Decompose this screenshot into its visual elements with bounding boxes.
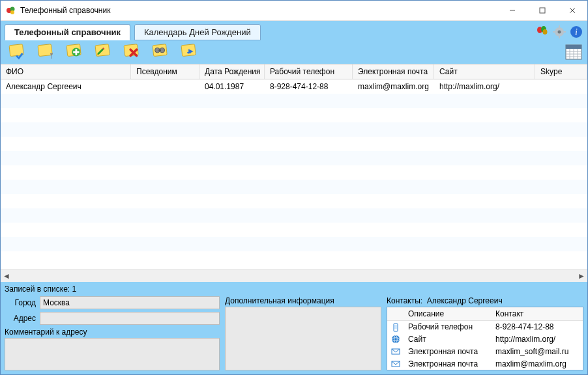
contacts-row[interactable]: Электронная почтаmaxlim_soft@mail.ru <box>387 345 583 357</box>
window-title: Телефонный справочник <box>20 6 110 15</box>
close-button[interactable] <box>557 1 587 20</box>
address-label: Адрес <box>5 314 36 323</box>
tool-export-button[interactable] <box>177 41 203 62</box>
grid-header: ФИО Псевдоним Дата Рождения Рабочий теле… <box>1 64 587 79</box>
contacts-cell-contact: maxlim@maxlim.org <box>492 357 583 370</box>
extra-info-panel: Дополнительная информация <box>225 296 381 370</box>
cell-skype <box>535 85 587 88</box>
tool-delete-button[interactable] <box>119 41 145 62</box>
app-icon <box>6 5 16 16</box>
col-dob[interactable]: Дата Рождения <box>199 64 265 79</box>
tool-filter-button[interactable] <box>33 41 59 62</box>
svg-rect-37 <box>187 52 191 53</box>
contacts-row[interactable]: Сайтhttp://maxlim.org/ <box>387 333 583 346</box>
app-window: Телефонный справочник Телефонный справоч… <box>0 0 588 375</box>
tool-edit-button[interactable] <box>91 41 117 62</box>
cell-email: maxlim@maxlim.org <box>353 81 434 92</box>
contacts-table-wrap: Описание Контакт Рабочий телефон8-928-47… <box>387 307 583 370</box>
tab-calendar[interactable]: Календарь Дней Рождений <box>134 24 261 40</box>
tab-row: Телефонный справочник Календарь Дней Рож… <box>1 21 587 40</box>
phone-icon <box>387 320 404 333</box>
contacts-cell-contact: 8-928-474-12-88 <box>492 320 583 333</box>
address-input[interactable] <box>40 312 220 325</box>
cell-fio: Александр Сергееич <box>1 81 131 92</box>
titlebar: Телефонный справочник <box>1 1 587 21</box>
svg-rect-15 <box>563 31 566 33</box>
svg-point-9 <box>543 29 548 35</box>
tool-filter-clear-button[interactable] <box>5 41 31 62</box>
balloons-icon[interactable] <box>535 25 550 39</box>
contacts-panel: Контакты: Александр Сергееич Описание Ко… <box>387 296 583 370</box>
tab-directory-label: Телефонный справочник <box>14 27 121 37</box>
mail-icon <box>387 357 404 370</box>
city-input[interactable] <box>40 296 220 309</box>
grid: ФИО Псевдоним Дата Рождения Рабочий теле… <box>1 64 587 282</box>
contacts-cell-desc: Электронная почта <box>404 357 492 370</box>
contacts-cell-contact: maxlim_soft@mail.ru <box>492 345 583 357</box>
extra-info-label: Дополнительная информация <box>225 296 381 305</box>
contacts-row[interactable]: Электронная почтаmaxlim@maxlim.org <box>387 357 583 370</box>
svg-point-2 <box>10 10 14 14</box>
tool-search-button[interactable] <box>148 41 174 62</box>
table-row[interactable]: Александр Сергееич 04.01.1987 8-928-474-… <box>1 79 587 94</box>
svg-rect-13 <box>559 36 560 38</box>
minimize-button[interactable] <box>497 1 527 20</box>
cell-site: http://maxlim.org/ <box>434 81 535 92</box>
contacts-cell-contact: http://maxlim.org/ <box>492 333 583 346</box>
contacts-table: Описание Контакт Рабочий телефон8-928-47… <box>387 307 583 370</box>
calendar-icon[interactable] <box>564 42 583 61</box>
col-skype[interactable]: Skype <box>535 64 587 79</box>
contacts-heading: Контакты: Александр Сергееич <box>387 296 583 305</box>
cell-dob: 04.01.1987 <box>199 81 265 92</box>
topbar: Телефонный справочник Календарь Дней Рож… <box>1 21 587 64</box>
tab-directory[interactable]: Телефонный справочник <box>5 24 130 40</box>
contacts-cell-desc: Электронная почта <box>404 345 492 357</box>
info-icon[interactable]: i <box>569 25 583 39</box>
svg-rect-34 <box>158 49 161 51</box>
scroll-left-icon[interactable]: ◄ <box>1 270 12 282</box>
address-comment-label: Комментарий к адресу <box>5 327 220 337</box>
svg-rect-35 <box>181 44 196 57</box>
address-comment-input[interactable] <box>5 338 220 370</box>
cell-pseudo <box>131 85 199 88</box>
svg-point-48 <box>392 335 400 343</box>
svg-rect-23 <box>73 51 79 53</box>
city-label: Город <box>5 298 36 307</box>
contacts-cell-desc: Сайт <box>404 333 492 346</box>
contacts-col-contact[interactable]: Контакт <box>492 307 583 321</box>
svg-rect-19 <box>38 44 52 57</box>
contacts-col-desc[interactable]: Описание <box>404 307 492 321</box>
globe-icon <box>387 333 404 346</box>
col-email[interactable]: Электронная почта <box>353 64 434 79</box>
col-site[interactable]: Сайт <box>434 64 535 79</box>
col-pseudo[interactable]: Псевдоним <box>131 64 199 79</box>
address-panel: Город Адрес Комментарий к адресу <box>5 296 220 370</box>
grid-body[interactable]: Александр Сергееич 04.01.1987 8-928-474-… <box>1 79 587 270</box>
detail-panel: Записей в списке: 1 Город Адрес Коммента… <box>1 282 587 374</box>
mail-icon <box>387 345 404 357</box>
svg-point-11 <box>558 31 561 34</box>
svg-rect-4 <box>540 8 545 13</box>
svg-text:i: i <box>575 27 578 37</box>
svg-rect-47 <box>394 325 397 329</box>
svg-rect-39 <box>566 45 581 49</box>
tab-calendar-label: Календарь Дней Рождений <box>144 27 251 37</box>
scroll-right-icon[interactable]: ► <box>576 270 587 282</box>
maximize-button[interactable] <box>527 1 557 20</box>
svg-rect-12 <box>559 25 560 28</box>
contacts-row[interactable]: Рабочий телефон8-928-474-12-88 <box>387 320 583 333</box>
tool-add-button[interactable] <box>62 41 88 62</box>
scroll-track[interactable] <box>12 270 576 282</box>
contacts-cell-desc: Рабочий телефон <box>404 320 492 333</box>
record-count-label: Записей в списке: 1 <box>5 283 583 296</box>
col-fio[interactable]: ФИО <box>1 64 131 79</box>
svg-rect-14 <box>553 31 555 33</box>
settings-icon[interactable] <box>552 25 566 39</box>
cell-work-phone: 8-928-474-12-88 <box>265 81 353 92</box>
col-work-phone[interactable]: Рабочий телефон <box>265 64 353 79</box>
extra-info-input[interactable] <box>225 307 381 370</box>
toolbar <box>1 40 587 64</box>
horizontal-scrollbar[interactable]: ◄ ► <box>1 270 587 282</box>
